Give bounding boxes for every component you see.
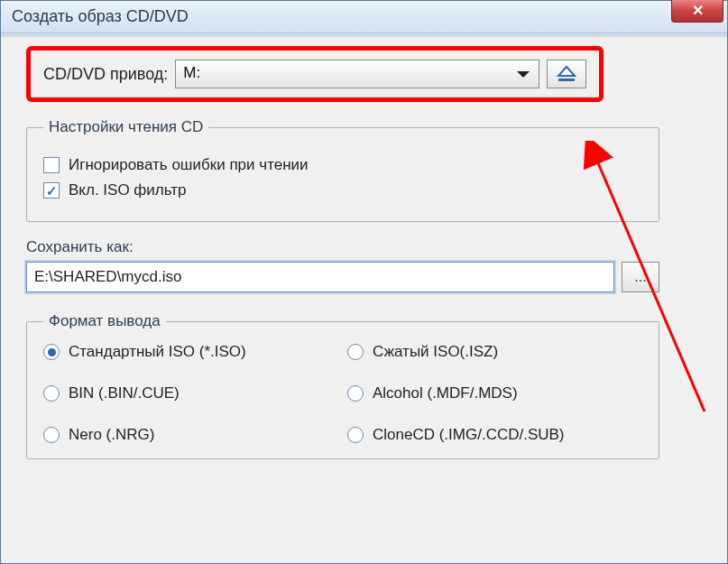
format-option-label: Alcohol (.MDF/.MDS) — [373, 384, 518, 402]
format-option-label: Сжатый ISO(.ISZ) — [373, 343, 498, 361]
dialog-window: Создать образ CD/DVD ✕ CD/DVD привод: M:… — [0, 0, 728, 564]
save-as-row: ... — [26, 262, 659, 292]
radio-icon — [347, 344, 364, 360]
drive-selection-row: CD/DVD привод: M: — [26, 46, 604, 102]
radio-icon — [43, 427, 60, 443]
iso-filter-row: Вкл. ISO фильтр — [43, 181, 642, 199]
read-settings-legend: Настройки чтения CD — [43, 118, 208, 136]
ignore-errors-checkbox[interactable] — [43, 157, 60, 173]
drive-dropdown[interactable]: M: — [175, 60, 539, 88]
format-option-label: CloneCD (.IMG/.CCD/.SUB) — [373, 426, 565, 444]
output-format-legend: Формат вывода — [43, 312, 166, 330]
iso-filter-checkbox[interactable] — [43, 182, 60, 199]
iso-filter-label: Вкл. ISO фильтр — [69, 181, 187, 199]
save-as-label: Сохранить как: — [26, 238, 705, 256]
drive-label: CD/DVD привод: — [43, 65, 168, 84]
radio-icon — [347, 385, 364, 402]
titlebar: Создать образ CD/DVD ✕ — [1, 1, 727, 33]
format-option-label: Стандартный ISO (*.ISO) — [69, 343, 246, 361]
radio-icon — [43, 385, 60, 402]
radio-icon — [43, 344, 60, 360]
close-icon: ✕ — [692, 2, 704, 19]
eject-button[interactable] — [547, 60, 586, 88]
output-format-group: Формат вывода Стандартный ISO (*.ISO) Сж… — [26, 312, 659, 459]
browse-button[interactable]: ... — [622, 262, 659, 292]
eject-icon — [557, 65, 576, 83]
format-option-label: BIN (.BIN/.CUE) — [69, 384, 180, 402]
format-option-nero[interactable]: Nero (.NRG) — [43, 426, 338, 444]
format-option-bin[interactable]: BIN (.BIN/.CUE) — [43, 384, 338, 402]
svg-rect-1 — [558, 79, 575, 81]
format-option-alcohol[interactable]: Alcohol (.MDF/.MDS) — [347, 384, 642, 402]
format-grid: Стандартный ISO (*.ISO) Сжатый ISO(.ISZ)… — [43, 343, 642, 444]
read-settings-group: Настройки чтения CD Игнорировать ошибки … — [26, 118, 659, 222]
format-option-clonecd[interactable]: CloneCD (.IMG/.CCD/.SUB) — [347, 426, 642, 444]
format-option-standard-iso[interactable]: Стандартный ISO (*.ISO) — [43, 343, 338, 361]
format-option-compressed-iso[interactable]: Сжатый ISO(.ISZ) — [347, 343, 642, 361]
drive-selected-value: M: — [183, 64, 200, 81]
save-path-input[interactable] — [26, 262, 614, 292]
format-option-label: Nero (.NRG) — [69, 426, 154, 444]
svg-marker-0 — [558, 67, 575, 76]
close-button[interactable]: ✕ — [671, 0, 723, 23]
dialog-content: CD/DVD привод: M: Настройки чтения CD Иг… — [1, 33, 727, 488]
ignore-errors-label: Игнорировать ошибки при чтении — [69, 156, 309, 174]
ignore-errors-row: Игнорировать ошибки при чтении — [43, 156, 642, 174]
window-title: Создать образ CD/DVD — [12, 7, 189, 26]
radio-icon — [347, 427, 364, 443]
